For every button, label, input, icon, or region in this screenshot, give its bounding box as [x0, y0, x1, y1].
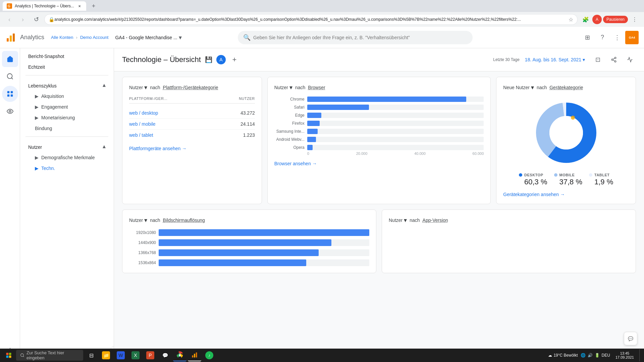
- left-nav: Bericht-Snapshot Echtzeit Lebenszyklus ▾…: [20, 48, 114, 362]
- property-name: GA4 - Google Merchandise ...: [115, 35, 177, 40]
- card4-dimension: Bildschirmauflösung: [163, 218, 205, 223]
- add-comparison-button[interactable]: +: [230, 55, 239, 64]
- akquisition-arrow: ▶: [35, 94, 39, 99]
- engagement-arrow: ▶: [35, 104, 39, 110]
- forward-button[interactable]: ›: [17, 14, 28, 25]
- sidebar-icon-search[interactable]: [2, 68, 18, 84]
- date-range: Letzte 30 Tage 18. Aug. bis 16. Sept. 20…: [493, 56, 588, 64]
- sidebar-icon-home[interactable]: [2, 51, 18, 67]
- svg-line-16: [613, 58, 614, 59]
- card-app-version: Nutzer ▾ nach App-Version: [382, 209, 636, 273]
- hbar-row: 1440x900: [129, 239, 369, 246]
- card2-by: nach: [295, 85, 305, 90]
- breadcrumb-account[interactable]: Demo Account: [80, 35, 109, 40]
- card1-by: nach: [150, 85, 160, 90]
- date-range-selector[interactable]: 18. Aug. bis 16. Sept. 2021 ▾: [522, 56, 588, 64]
- card3-link[interactable]: Gerätekategorien ansehen →: [503, 192, 629, 197]
- taskbar-powerpoint-app[interactable]: P: [144, 349, 157, 361]
- avatar-button[interactable]: A: [216, 55, 226, 64]
- breadcrumb-all[interactable]: Alle Konten: [51, 35, 73, 40]
- taskbar-chrome-app[interactable]: [173, 349, 186, 361]
- bar-label: Android Webv...: [274, 137, 305, 142]
- card-platform: Nutzer ▾ nach Plattform-/Gerätekategorie…: [122, 77, 262, 204]
- nav-sub-item-akquisition[interactable]: ▶ Akquisition: [20, 91, 114, 102]
- sidebar-icon-explore[interactable]: [2, 103, 18, 119]
- card3-dropdown-icon[interactable]: ▾: [531, 84, 534, 91]
- taskbar-search[interactable]: Zur Suche Text hier eingeben: [16, 350, 83, 361]
- start-button[interactable]: [3, 349, 15, 361]
- refresh-button[interactable]: ↺: [31, 14, 42, 25]
- svg-rect-22: [6, 353, 9, 355]
- hbar-track: [159, 249, 369, 256]
- svg-point-26: [21, 354, 24, 357]
- address-bar[interactable]: 🔒 analytics.google.com/analytics/web/#/p…: [44, 14, 578, 25]
- taskbar-word-app[interactable]: W: [114, 349, 127, 361]
- bookmark-icon[interactable]: ☆: [569, 16, 573, 23]
- card4-metric: Nutzer: [129, 218, 143, 223]
- help-button[interactable]: ?: [596, 31, 609, 44]
- share-icon-button[interactable]: [608, 54, 620, 66]
- taskbar-right: ☁ 19°C Bewölkt 🌐 🔊 🔋 DEU 13:45 17.09.202…: [548, 349, 641, 361]
- card1-dropdown-icon[interactable]: ▾: [144, 84, 147, 91]
- legend-dot-label: MOBILE: [554, 173, 575, 177]
- more-button[interactable]: ⋮: [610, 31, 624, 44]
- task-view-button[interactable]: ⊟: [85, 349, 98, 361]
- battery-icon: 🔋: [595, 353, 600, 358]
- property-selector[interactable]: GA4 - Google Merchandise ... ▾: [115, 34, 181, 41]
- browser-menu-button[interactable]: ⋮: [629, 14, 640, 25]
- card1-rows: web / desktop 43.272 web / mobile 24.114…: [129, 108, 255, 140]
- sidebar-icon-reports[interactable]: [2, 86, 18, 102]
- table-row[interactable]: web / desktop 43.272: [129, 108, 255, 119]
- network-icon[interactable]: 🌐: [581, 353, 586, 358]
- search-bar[interactable]: 🔍: [238, 31, 473, 44]
- new-tab-button[interactable]: +: [89, 1, 98, 11]
- nav-sub-item-bindung[interactable]: Bindung: [20, 123, 114, 134]
- nav-item-bericht[interactable]: Bericht-Snapshot: [20, 51, 114, 62]
- bar-row: Android Webv...: [274, 137, 484, 142]
- volume-icon[interactable]: 🔊: [588, 353, 593, 358]
- card1-link[interactable]: Plattformgeräte ansehen →: [129, 146, 255, 151]
- app-layout: Analytics Alle Konten › Demo Account GA4…: [0, 27, 644, 362]
- legend-label: MOBILE: [559, 173, 575, 177]
- nav-sub-item-engagement[interactable]: ▶ Engagement: [20, 102, 114, 112]
- table-row[interactable]: web / mobile 24.114: [129, 119, 255, 130]
- show-desktop-button[interactable]: [639, 349, 641, 361]
- hbar-label: 1440x900: [129, 240, 156, 245]
- nav-section-lebenszyklus[interactable]: Lebenszyklus ▾: [20, 78, 114, 91]
- card2-link-text: Browser ansehen: [274, 161, 311, 166]
- nav-item-echtzeit[interactable]: Echtzeit: [20, 62, 114, 72]
- taskbar-slack-app[interactable]: 💬: [158, 349, 172, 361]
- card2-dropdown-icon[interactable]: ▾: [289, 84, 292, 91]
- word-icon: W: [117, 351, 125, 359]
- taskbar-excel-app[interactable]: X: [129, 349, 142, 361]
- profile-button[interactable]: A: [592, 15, 602, 24]
- card2-link[interactable]: Browser ansehen →: [274, 161, 484, 166]
- card4-dropdown-icon[interactable]: ▾: [144, 217, 147, 224]
- search-input[interactable]: [253, 35, 467, 40]
- browser-tab[interactable]: G Analytics | Technologie – Übers... ✕: [3, 1, 86, 11]
- row-dim: web / tablet: [129, 132, 153, 138]
- row-val: 43.272: [240, 110, 255, 116]
- feedback-button[interactable]: 💬: [624, 332, 637, 345]
- insights-icon-button[interactable]: [624, 54, 636, 66]
- bar-fill: [307, 129, 318, 134]
- back-button[interactable]: ‹: [4, 14, 15, 25]
- nav-sub-item-demografische[interactable]: ▶ Demografische Merkmale: [20, 152, 114, 163]
- taskbar-weather[interactable]: ☁ 19°C Bewölkt: [548, 353, 578, 358]
- taskbar-clock: 13:45 17.09.2021: [613, 351, 637, 359]
- nav-sub-item-monetarisierung[interactable]: ▶ Monetarisierung: [20, 112, 114, 123]
- nav-sub-item-techn[interactable]: ▶ Techn.: [20, 163, 114, 174]
- extensions-button[interactable]: 🧩: [580, 14, 591, 25]
- grid-apps-button[interactable]: ⊞: [581, 31, 594, 44]
- taskbar-search-text: Zur Suche Text hier eingeben: [26, 350, 79, 360]
- taskbar-spotify-app[interactable]: ♪: [203, 349, 216, 361]
- pause-button[interactable]: Pausieren: [603, 16, 628, 23]
- compare-icon-button[interactable]: ⊡: [592, 54, 604, 66]
- table-row[interactable]: web / tablet 1.223: [129, 130, 255, 140]
- page-title-save-icon[interactable]: 💾: [205, 56, 212, 63]
- taskbar-analytics-app[interactable]: [188, 349, 201, 361]
- taskbar-explorer-app[interactable]: 📁: [99, 349, 113, 361]
- nav-section-nutzer[interactable]: Nutzer ▾: [20, 139, 114, 152]
- tab-close-icon[interactable]: ✕: [77, 3, 82, 9]
- card5-dropdown-icon[interactable]: ▾: [404, 217, 407, 224]
